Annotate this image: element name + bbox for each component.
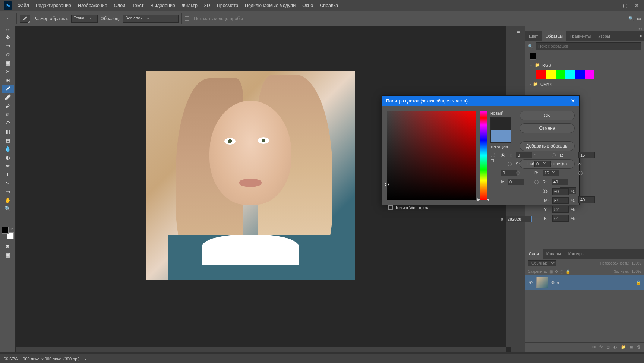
delete-layer-icon[interactable]: 🗑 [637,345,641,350]
frame-tool[interactable]: ⊞ [2,76,14,84]
show-ring-checkbox[interactable] [185,16,189,21]
menu-window[interactable]: Окно [299,0,316,11]
zoom-level[interactable]: 66.67% [4,357,18,361]
opacity-value[interactable]: 100% [631,261,641,265]
input-hex[interactable] [506,216,532,222]
dialog-titlebar[interactable]: Палитра цветов (заказной цвет холста) ✕ [382,96,579,106]
menu-select[interactable]: Выделение [147,0,179,11]
tab-channels[interactable]: Каналы [543,249,565,259]
menu-3d[interactable]: 3D [201,0,214,11]
swatch-cyan[interactable] [565,70,575,79]
menu-view[interactable]: Просмотр [214,0,242,11]
type-tool[interactable]: T [2,170,14,179]
current-color-preview[interactable] [491,130,511,142]
link-layers-icon[interactable]: ⚯ [592,345,596,350]
history-brush-tool[interactable]: ↶ [2,119,14,127]
dodge-tool[interactable]: ◐ [2,153,14,161]
radio-lab-b[interactable] [578,171,583,175]
radio-a[interactable] [560,162,564,166]
radio-bv[interactable] [516,171,520,175]
hue-slider[interactable]: ▶◀ [480,111,487,200]
input-y[interactable] [552,206,569,213]
tab-layers[interactable]: Слои [525,249,543,259]
maximize-button[interactable]: ▢ [619,1,631,10]
swatch-folder-cmyk[interactable]: ›📁CMYK [525,80,644,88]
layer-fx-icon[interactable]: fx [599,345,603,350]
swatch-green[interactable] [556,70,565,79]
screen-mode-tool[interactable]: ▣ [2,251,14,259]
foreground-background-colors[interactable]: ⇄ [2,227,14,239]
lasso-tool[interactable]: ⟃ [2,50,14,59]
swatch-magenta[interactable] [585,70,594,79]
menu-filter[interactable]: Фильтр [179,0,201,11]
gamut-warning-icon[interactable]: ⬚ [490,152,495,157]
new-layer-icon[interactable]: ⊞ [630,345,633,350]
current-swatch[interactable] [530,53,536,60]
tab-paths[interactable]: Контуры [565,249,588,259]
add-to-swatches-button[interactable]: Добавить в образцы [520,141,575,151]
pen-tool[interactable]: ✒ [2,162,14,170]
tab-color[interactable]: Цвет [525,31,542,41]
lock-artboard-icon[interactable]: ⬚ [560,269,564,274]
radio-s[interactable] [508,162,512,166]
cancel-button[interactable]: Отмена [520,123,575,133]
home-icon[interactable]: ⌂ [3,13,13,24]
input-c[interactable] [552,188,569,195]
sample-dropdown[interactable]: Все слои ⌄ [123,15,179,23]
group-icon[interactable]: 📁 [621,345,626,350]
foreground-color[interactable] [2,227,9,234]
menu-edit[interactable]: Редактирование [32,0,75,11]
layer-thumbnail[interactable] [536,277,548,288]
input-lab-b[interactable] [508,179,524,185]
radio-r[interactable] [534,180,539,184]
web-colors-checkbox[interactable] [388,205,393,210]
tool-preset-picker[interactable] [20,15,30,23]
brush-tool[interactable]: 🖌 [2,102,14,110]
input-m[interactable] [552,197,569,204]
marquee-tool[interactable]: ▭ [2,42,14,50]
search-icon[interactable]: 🔍 [628,16,634,21]
swatch-folder-rgb[interactable]: ⌄📁RGB [525,61,644,69]
visibility-icon[interactable]: 👁 [528,280,533,285]
crop-tool[interactable]: ✂ [2,67,14,76]
panel-menu-icon[interactable]: ≡ [637,34,644,38]
lock-position-icon[interactable]: ✜ [555,269,558,274]
sample-size-dropdown[interactable]: Точка ⌄ [71,15,98,23]
edit-toolbar[interactable]: ⋯ [2,217,14,225]
quick-mask-tool[interactable]: ◙ [2,242,14,250]
blur-tool[interactable]: 💧 [2,145,14,153]
layer-mask-icon[interactable]: ◻ [606,345,610,350]
input-b[interactable] [578,196,595,203]
input-l[interactable] [578,152,595,158]
lock-pixels-icon[interactable]: ▦ [549,269,553,274]
ok-button[interactable]: OK [520,111,575,120]
fill-value[interactable]: 100% [631,269,641,274]
menu-help[interactable]: Справка [316,0,341,11]
path-select-tool[interactable]: ↖ [2,179,14,187]
input-r[interactable] [552,179,568,185]
adjustment-layer-icon[interactable]: ◐ [613,345,617,350]
hand-tool[interactable]: ✋ [2,196,14,204]
menu-layers[interactable]: Слои [111,0,129,11]
swap-colors-icon[interactable]: ⇄ [10,227,13,230]
input-a[interactable] [501,170,517,176]
minimize-button[interactable]: — [607,1,619,10]
swatch-search-input[interactable] [536,42,641,50]
gradient-tool[interactable]: ▦ [2,136,14,144]
menu-image[interactable]: Изображение [75,0,111,11]
workspace-icon[interactable]: ▭ [637,16,641,21]
dialog-close-icon[interactable]: ✕ [571,98,575,104]
shape-tool[interactable]: ▭ [2,187,14,196]
horizontal-scrollbar[interactable] [16,347,506,352]
history-panel-icon[interactable]: ≡ [514,28,523,37]
menu-text[interactable]: Текст [129,0,147,11]
object-select-tool[interactable]: ▣ [2,59,14,67]
healing-tool[interactable]: 🩹 [2,93,14,101]
tab-gradients[interactable]: Градиенты [566,31,594,41]
tab-patterns[interactable]: Узоры [594,31,613,41]
move-tool[interactable]: ✥ [2,33,14,41]
eraser-tool[interactable]: ◧ [2,127,14,136]
input-h[interactable] [516,152,532,158]
panel-menu-icon[interactable]: ≡ [637,252,644,256]
swatch-blue[interactable] [575,70,585,79]
